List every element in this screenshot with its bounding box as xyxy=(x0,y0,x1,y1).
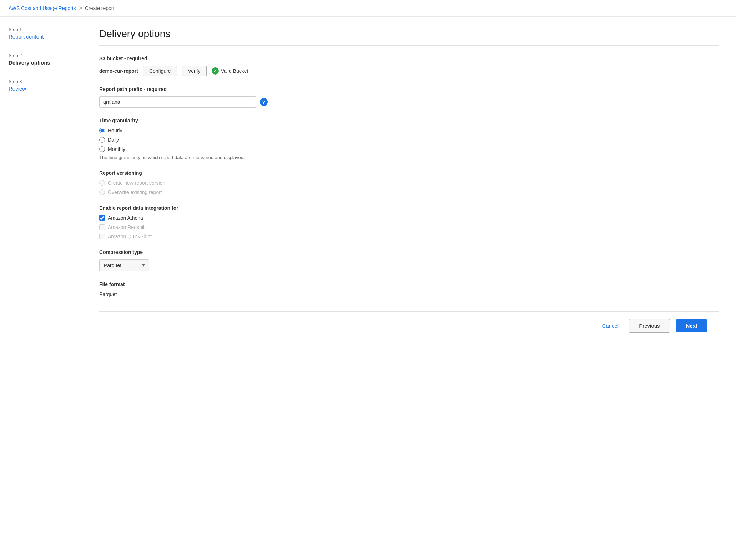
sidebar-step-3-name[interactable]: Review xyxy=(9,86,73,92)
checkbox-athena-input[interactable] xyxy=(99,215,105,221)
radio-daily-label: Daily xyxy=(108,137,119,143)
report-path-section: Report path prefix - required ? xyxy=(99,86,719,108)
radio-monthly-label: Monthly xyxy=(108,146,125,152)
breadcrumb: AWS Cost and Usage Reports > Create repo… xyxy=(0,0,736,17)
help-icon[interactable]: ? xyxy=(260,98,268,106)
checkbox-quicksight[interactable]: Amazon QuickSight xyxy=(99,234,719,239)
previous-button[interactable]: Previous xyxy=(629,319,670,333)
sidebar: Step 1 Report content Step 2 Delivery op… xyxy=(0,17,82,559)
checkbox-athena[interactable]: Amazon Athena xyxy=(99,215,719,221)
sidebar-divider-2 xyxy=(9,73,73,73)
radio-overwrite[interactable]: Overwrite existing report xyxy=(99,189,719,195)
report-path-input[interactable] xyxy=(99,96,256,108)
radio-daily[interactable]: Daily xyxy=(99,137,719,143)
sidebar-step-1-label: Step 1 xyxy=(9,27,73,32)
checkbox-redshift-label: Amazon Redshift xyxy=(108,224,146,230)
report-versioning-label: Report versioning xyxy=(99,170,719,176)
radio-hourly-label: Hourly xyxy=(108,128,122,133)
radio-overwrite-input[interactable] xyxy=(99,189,105,195)
footer: Cancel Previous Next xyxy=(99,311,719,340)
valid-bucket-label: Valid Bucket xyxy=(221,68,248,74)
time-granularity-hint: The time granularity on which report dat… xyxy=(99,155,719,160)
checkbox-redshift[interactable]: Amazon Redshift xyxy=(99,224,719,230)
data-integration-label: Enable report data integration for xyxy=(99,205,719,211)
report-versioning-section: Report versioning Create new report vers… xyxy=(99,170,719,195)
radio-create-new-input[interactable] xyxy=(99,180,105,186)
radio-overwrite-label: Overwrite existing report xyxy=(108,189,162,195)
main-content: Delivery options S3 bucket - required de… xyxy=(82,17,736,559)
report-path-label: Report path prefix - required xyxy=(99,86,719,92)
report-path-row: ? xyxy=(99,96,719,108)
radio-hourly-input[interactable] xyxy=(99,128,105,133)
report-versioning-group: Create new report version Overwrite exis… xyxy=(99,180,719,195)
time-granularity-group: Hourly Daily Monthly xyxy=(99,128,719,152)
cancel-button[interactable]: Cancel xyxy=(598,320,623,332)
sidebar-step-1: Step 1 Report content xyxy=(9,27,73,40)
time-granularity-section: Time granularity Hourly Daily Monthly Th… xyxy=(99,118,719,160)
sidebar-step-1-name[interactable]: Report content xyxy=(9,34,73,40)
sidebar-step-3-label: Step 3 xyxy=(9,79,73,84)
configure-button[interactable]: Configure xyxy=(143,66,177,76)
s3-bucket-section: S3 bucket - required demo-cur-report Con… xyxy=(99,56,719,76)
radio-hourly[interactable]: Hourly xyxy=(99,128,719,133)
file-format-label: File format xyxy=(99,281,719,287)
radio-daily-input[interactable] xyxy=(99,137,105,143)
sidebar-divider-1 xyxy=(9,47,73,47)
sidebar-step-2: Step 2 Delivery options xyxy=(9,53,73,66)
valid-bucket-status: Valid Bucket xyxy=(212,67,248,75)
s3-bucket-name: demo-cur-report xyxy=(99,68,138,74)
sidebar-step-2-name[interactable]: Delivery options xyxy=(9,60,73,66)
s3-bucket-label: S3 bucket - required xyxy=(99,56,719,61)
checkbox-athena-label: Amazon Athena xyxy=(108,215,143,221)
compression-type-section: Compression type GZIP ZIP Parquet ▼ xyxy=(99,249,719,271)
s3-bucket-row: demo-cur-report Configure Verify Valid B… xyxy=(99,66,719,76)
verify-button[interactable]: Verify xyxy=(182,66,207,76)
next-button[interactable]: Next xyxy=(676,319,707,332)
sidebar-step-3: Step 3 Review xyxy=(9,79,73,92)
compression-type-select[interactable]: GZIP ZIP Parquet xyxy=(99,259,149,271)
compression-type-wrapper: GZIP ZIP Parquet ▼ xyxy=(99,259,149,271)
checkbox-quicksight-input[interactable] xyxy=(99,234,105,239)
breadcrumb-home-link[interactable]: AWS Cost and Usage Reports xyxy=(9,5,76,11)
compression-type-label: Compression type xyxy=(99,249,719,255)
page-title: Delivery options xyxy=(99,28,719,40)
radio-create-new-label: Create new report version xyxy=(108,180,165,186)
breadcrumb-current: Create report xyxy=(85,5,114,11)
checkbox-quicksight-label: Amazon QuickSight xyxy=(108,234,152,239)
breadcrumb-separator: > xyxy=(79,5,82,11)
data-integration-group: Amazon Athena Amazon Redshift Amazon Qui… xyxy=(99,215,719,239)
check-circle-icon xyxy=(212,67,219,75)
radio-monthly-input[interactable] xyxy=(99,146,105,152)
file-format-section: File format Parquet xyxy=(99,281,719,297)
time-granularity-label: Time granularity xyxy=(99,118,719,123)
radio-monthly[interactable]: Monthly xyxy=(99,146,719,152)
radio-create-new[interactable]: Create new report version xyxy=(99,180,719,186)
data-integration-section: Enable report data integration for Amazo… xyxy=(99,205,719,239)
file-format-value: Parquet xyxy=(99,291,719,297)
title-divider xyxy=(99,45,719,46)
sidebar-step-2-label: Step 2 xyxy=(9,53,73,58)
checkbox-redshift-input[interactable] xyxy=(99,224,105,230)
